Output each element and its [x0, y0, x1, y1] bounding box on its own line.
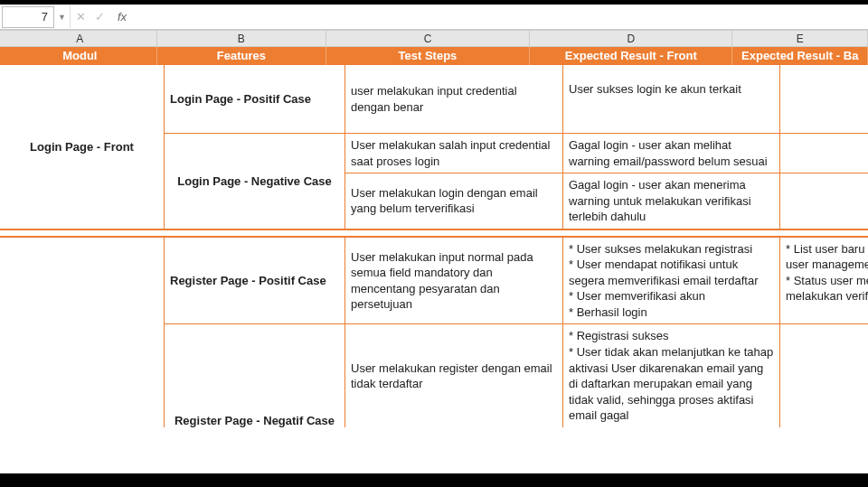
cell-expected-front[interactable]: * Registrasi sukses * User tidak akan me…: [563, 324, 780, 426]
col-header-C[interactable]: C: [326, 31, 530, 46]
table-row: User melakukan salah input credential sa…: [345, 134, 868, 173]
header-modul[interactable]: Modul: [4, 47, 157, 65]
feature-cell[interactable]: Register Page - Positif Case: [165, 238, 345, 324]
feature-cell[interactable]: Register Page - Negatif Case: [165, 324, 345, 426]
cell-test-step[interactable]: User melakukan login dengan email yang b…: [345, 173, 563, 229]
table-row: User melakukan register dengan email tid…: [345, 324, 868, 426]
login-positive: Login Page - Positif Case user melakukan…: [165, 65, 868, 134]
col-header-D[interactable]: D: [530, 31, 732, 46]
cell-expected-back[interactable]: [780, 134, 868, 173]
header-test-steps[interactable]: Test Steps: [326, 47, 530, 65]
section-login: Login Page - Front Login Page - Positif …: [0, 65, 868, 230]
table-row: User melakukan login dengan email yang b…: [345, 173, 868, 229]
cell-test-step[interactable]: User melakukan register dengan email tid…: [345, 324, 563, 426]
feature-cell[interactable]: Login Page - Negative Case: [165, 134, 345, 229]
cell-expected-front[interactable]: Gagal login - user akan menerima warning…: [563, 173, 780, 229]
table-row: user melakukan input credential dengan b…: [345, 65, 868, 133]
register-negative: Register Page - Negatif Case User melaku…: [165, 324, 868, 426]
confirm-icon[interactable]: ✓: [95, 10, 105, 23]
section-register: Register Page - Positif Case User melaku…: [0, 236, 868, 427]
login-negative: Login Page - Negative Case User melakuka…: [165, 134, 868, 229]
col-header-B[interactable]: B: [157, 31, 326, 46]
col-header-E[interactable]: E: [732, 31, 868, 46]
cell-expected-back[interactable]: [780, 324, 868, 426]
name-box-dropdown-icon[interactable]: ▼: [54, 6, 71, 28]
cell-expected-back[interactable]: * List user baru akan m user management …: [780, 238, 868, 324]
register-positive: Register Page - Positif Case User melaku…: [165, 238, 868, 325]
cell-expected-front[interactable]: * User sukses melakukan registrasi * Use…: [563, 238, 780, 324]
table-row: User melakukan input normal pada semua f…: [345, 238, 868, 324]
cell-expected-back[interactable]: [780, 173, 868, 229]
modul-cell-login[interactable]: Login Page - Front: [0, 65, 165, 229]
cancel-icon[interactable]: ✕: [76, 10, 86, 23]
cell-test-step[interactable]: User melakukan salah input credential sa…: [345, 134, 563, 173]
name-box[interactable]: 7: [2, 6, 54, 28]
table-header-row: Modul Features Test Steps Expected Resul…: [0, 47, 868, 65]
sheet-grid: Modul Features Test Steps Expected Resul…: [0, 47, 868, 473]
formula-input[interactable]: [132, 7, 868, 27]
cell-test-step[interactable]: User melakukan input normal pada semua f…: [345, 238, 563, 324]
cell-test-step[interactable]: user melakukan input credential dengan b…: [345, 65, 563, 133]
header-expected-back[interactable]: Expected Result - Ba: [732, 47, 868, 65]
feature-cell[interactable]: Login Page - Positif Case: [165, 65, 345, 133]
column-headers: A B C D E: [0, 30, 868, 47]
fx-icon[interactable]: fx: [114, 10, 127, 23]
cell-expected-back[interactable]: [780, 65, 868, 133]
modul-cell-register[interactable]: [0, 238, 165, 427]
cell-expected-front[interactable]: User sukses login ke akun terkait: [563, 65, 780, 133]
cell-expected-front[interactable]: Gagal login - user akan melihat warning …: [563, 134, 780, 173]
col-header-A[interactable]: A: [4, 31, 157, 46]
header-expected-front[interactable]: Expected Result - Front: [530, 47, 732, 65]
header-features[interactable]: Features: [157, 47, 326, 65]
formula-bar: 7 ▼ ✕ ✓ fx: [0, 5, 868, 30]
